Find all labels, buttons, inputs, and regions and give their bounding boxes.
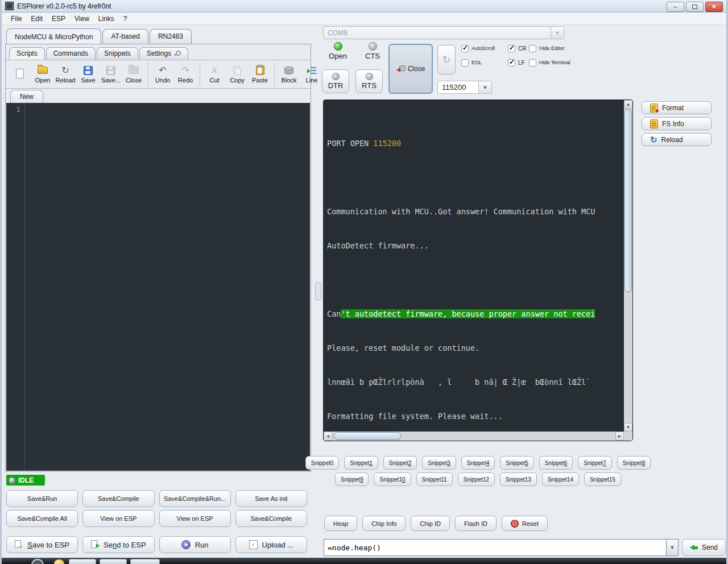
save-compile-all-button[interactable]: Save&Compile All xyxy=(6,510,78,527)
save-as-button[interactable]: Save... xyxy=(100,64,122,85)
eol-checkbox[interactable]: ✓ xyxy=(461,59,469,67)
code-editor[interactable]: 1 xyxy=(6,103,310,471)
save-button[interactable]: Save xyxy=(77,64,100,85)
snippet3-button[interactable]: Snippet3 xyxy=(422,456,456,470)
file-tab-new[interactable]: New xyxy=(10,90,43,103)
copy-button[interactable]: Copy xyxy=(226,64,249,85)
taskbar-app-button[interactable] xyxy=(100,559,127,564)
scroll-up-icon[interactable]: ▲ xyxy=(624,100,632,109)
paste-button[interactable]: Paste xyxy=(249,64,271,85)
flash-id-button[interactable]: Flash ID xyxy=(455,516,497,531)
snippet8-button[interactable]: Snippet8 xyxy=(617,456,651,470)
start-orb[interactable] xyxy=(31,559,44,564)
baud-rate-select[interactable]: 115200 ▼ xyxy=(437,81,492,94)
undo-button[interactable]: ↶Undo xyxy=(151,64,174,85)
close-file-button[interactable]: Close xyxy=(122,64,145,85)
open-indicator: Open xyxy=(323,42,353,60)
com-port-select[interactable]: COM9 ▼ xyxy=(323,26,564,39)
save-compile-button-2[interactable]: Save&Compile xyxy=(235,510,307,527)
block-button[interactable]: Block xyxy=(278,64,300,85)
snippet15-button[interactable]: Snippet15 xyxy=(584,472,621,486)
snippet1-button[interactable]: Snippet1 xyxy=(344,456,378,470)
save-compile-run-button[interactable]: Save&Compile&Run... xyxy=(159,490,231,507)
terminal-horizontal-scrollbar[interactable]: ◄ ► xyxy=(324,432,624,441)
save-compile-button[interactable]: Save&Compile xyxy=(82,490,154,507)
snippet12-button[interactable]: Snippet12 xyxy=(458,472,495,486)
line-button[interactable]: Line xyxy=(300,64,323,85)
menu-help[interactable]: ? xyxy=(119,14,132,24)
command-history-dropdown[interactable]: ▼ xyxy=(666,539,679,556)
snippet9-button[interactable]: Snippet9 xyxy=(335,472,369,486)
editor-text-area[interactable] xyxy=(25,103,310,471)
snippet14-button[interactable]: Snippet14 xyxy=(542,472,579,486)
send-to-esp-button[interactable]: ▸ Send to ESP xyxy=(82,536,154,553)
lf-checkbox[interactable]: ✓ xyxy=(508,59,515,67)
snippet5-button[interactable]: Snippet5 xyxy=(500,456,533,470)
tab-snippets[interactable]: Snippets xyxy=(97,47,138,60)
menu-links[interactable]: Links xyxy=(94,14,119,24)
close-port-button[interactable]: Close xyxy=(388,44,433,94)
scroll-left-icon[interactable]: ◄ xyxy=(324,432,332,441)
snippet7-button[interactable]: Snippet7 xyxy=(578,456,611,470)
taskbar-app-button[interactable] xyxy=(69,559,96,564)
tab-commands[interactable]: Commands xyxy=(46,47,96,60)
menu-file[interactable]: File xyxy=(6,14,26,24)
close-window-button[interactable]: ✕ xyxy=(705,2,723,12)
taskbar-app-button[interactable] xyxy=(130,559,160,564)
tab-settings[interactable]: Settings xyxy=(139,47,188,60)
terminal-vertical-scrollbar[interactable]: ▲ ▼ xyxy=(624,100,632,432)
horizontal-scroll-thumb[interactable] xyxy=(334,432,401,440)
upload-button[interactable]: ↑ Upload ... xyxy=(235,536,307,553)
cr-checkbox[interactable]: ✓ xyxy=(508,45,515,52)
snippet13-button[interactable]: Snippet13 xyxy=(500,472,537,486)
restore-button[interactable] xyxy=(686,2,704,12)
vertical-scroll-thumb[interactable] xyxy=(624,109,632,292)
reset-button[interactable]: Reset xyxy=(502,516,548,531)
menu-esp[interactable]: ESP xyxy=(47,14,70,24)
panel-splitter[interactable] xyxy=(315,282,321,300)
menubar: File Edit ESP View Links ? xyxy=(2,13,726,25)
chip-id-button[interactable]: Chip ID xyxy=(411,516,450,531)
snippet10-button[interactable]: Snippet10 xyxy=(374,472,411,486)
scroll-right-icon[interactable]: ► xyxy=(615,432,624,441)
rts-button[interactable]: RTS xyxy=(355,69,383,93)
snippet0-button[interactable]: Snippet0 xyxy=(305,456,339,470)
taskbar-icon[interactable] xyxy=(54,559,64,564)
menu-view[interactable]: View xyxy=(70,14,94,24)
serial-terminal[interactable]: PORT OPEN 115200 Communication with MCU.… xyxy=(323,99,633,441)
new-file-button[interactable] xyxy=(9,68,31,81)
snippet11-button[interactable]: Snippet11 xyxy=(416,472,453,486)
hide-terminal-checkbox[interactable]: ✓ xyxy=(529,59,536,67)
snippet6-button[interactable]: Snippet6 xyxy=(539,456,573,470)
save-as-init-button[interactable]: Save As init xyxy=(235,490,307,507)
command-input[interactable] xyxy=(324,539,666,556)
format-button[interactable]: Format xyxy=(642,101,712,114)
view-on-esp-button[interactable]: View on ESP xyxy=(82,510,154,527)
menu-edit[interactable]: Edit xyxy=(26,14,47,24)
open-button[interactable]: Open xyxy=(31,64,54,85)
snippet4-button[interactable]: Snippet4 xyxy=(461,456,495,470)
dtr-button[interactable]: DTR xyxy=(322,69,349,93)
send-button[interactable]: Send xyxy=(682,539,726,556)
tab-nodemcu-micropython[interactable]: NodeMCU & MicroPython xyxy=(6,28,101,44)
minimize-button[interactable]: – xyxy=(667,2,684,12)
refresh-ports-button[interactable]: ↻ xyxy=(437,45,456,74)
snippet2-button[interactable]: Snippet2 xyxy=(383,456,417,470)
autoscroll-checkbox[interactable]: ✓ xyxy=(461,45,469,52)
scroll-down-icon[interactable]: ▼ xyxy=(624,423,632,432)
tab-rn2483[interactable]: RN2483 xyxy=(150,29,192,44)
fs-info-button[interactable]: FS Info xyxy=(642,117,712,130)
heap-button[interactable]: Heap xyxy=(324,516,357,531)
cut-button[interactable]: Cut xyxy=(203,64,226,85)
run-button[interactable]: Run xyxy=(159,536,231,553)
hide-editor-checkbox[interactable]: ✓ xyxy=(529,45,536,52)
reload-fs-button[interactable]: ↻ Reload xyxy=(642,133,712,146)
chip-info-button[interactable]: Chip Info xyxy=(362,516,406,531)
save-to-esp-button[interactable]: → Save to ESP xyxy=(6,536,78,553)
view-on-esp-button-2[interactable]: View on ESP xyxy=(159,510,231,527)
reload-button[interactable]: ↻Reload xyxy=(54,64,77,85)
tab-scripts[interactable]: Scripts xyxy=(9,47,45,60)
tab-at-based[interactable]: AT-based xyxy=(102,29,148,44)
save-run-button[interactable]: Save&Run xyxy=(6,490,78,507)
redo-button[interactable]: ↷Redo xyxy=(174,64,197,85)
